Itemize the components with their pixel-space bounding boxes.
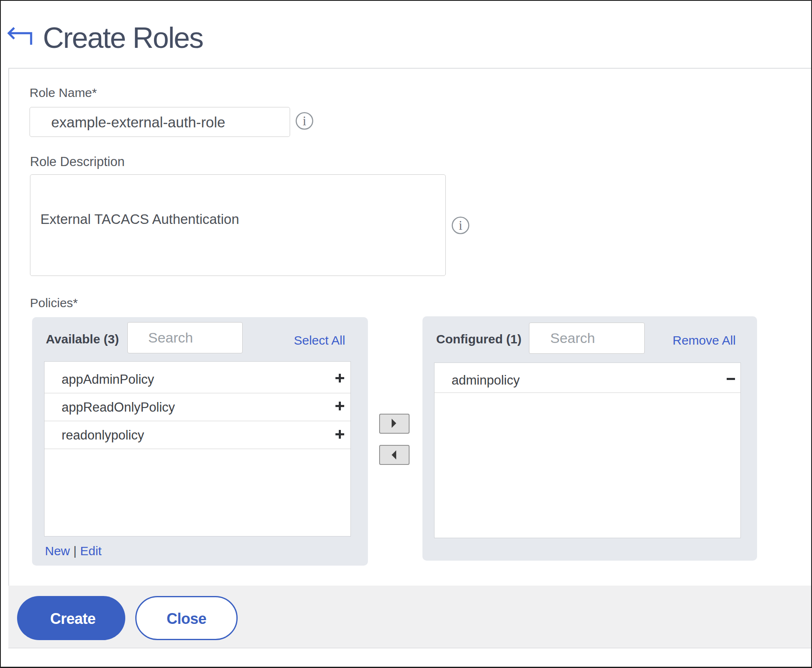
svg-text:i: i bbox=[459, 218, 462, 233]
svg-text:i: i bbox=[303, 114, 306, 128]
